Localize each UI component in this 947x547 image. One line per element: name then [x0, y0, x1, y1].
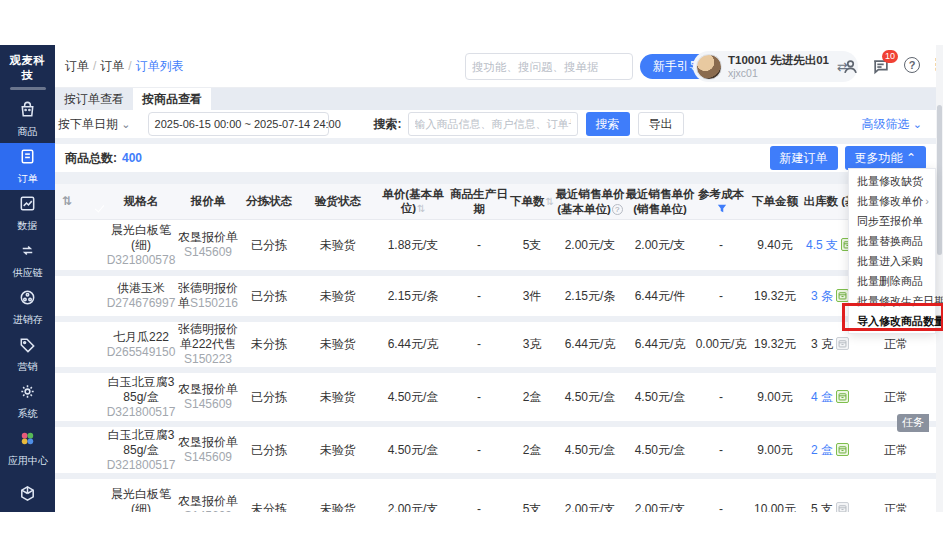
sidebar-item-商品[interactable]: 商品: [0, 96, 55, 143]
cell-production-date: -: [449, 289, 509, 304]
column-header-3: 报价单: [177, 194, 239, 208]
breadcrumb-order-list[interactable]: 订单列表: [136, 59, 184, 73]
cell-outbound-qty: 2 盒: [803, 443, 857, 458]
cell-status: 正常: [857, 390, 935, 405]
tab-按订单查看[interactable]: 按订单查看: [55, 88, 133, 110]
cell-order-qty: 5支: [509, 238, 555, 253]
cell-recent-price-sale: 6.44元/克: [625, 337, 695, 352]
cell-recent-price-sale: 4.50元/盒: [625, 390, 695, 405]
scrollbar-thumb[interactable]: [937, 105, 942, 255]
menu-item-批量修改缺货[interactable]: 批量修改缺货: [849, 171, 935, 191]
menu-item-批量进入采购[interactable]: 批量进入采购: [849, 251, 935, 271]
column-header-10: 最近销售单价(销售单位): [625, 187, 695, 216]
cell-recent-price-base: 2.00元/支: [555, 238, 625, 253]
menu-item-批量修改单价[interactable]: 批量修改单价›: [849, 191, 935, 211]
cell-order-qty: 5支: [509, 502, 555, 513]
top-bar: 订单/订单/订单列表 新手引导 T10001 先进先出01 xjxc01 ⇄: [55, 45, 936, 88]
vertical-scrollbar[interactable]: [936, 45, 943, 512]
sidebar-item-营销[interactable]: 营销: [0, 331, 55, 378]
contact-service-icon[interactable]: [842, 58, 860, 76]
cell-inspection-status: 未验货: [299, 443, 377, 458]
column-header-4: 分拣状态: [239, 194, 299, 208]
export-button[interactable]: 导出: [638, 112, 684, 136]
tab-按商品查看[interactable]: 按商品查看: [133, 88, 211, 110]
cell-sorting-status: 已分拣: [239, 289, 299, 304]
filter-funnel-icon[interactable]: [717, 202, 727, 216]
help-icon[interactable]: ?: [904, 57, 920, 73]
user-account[interactable]: T10001 先进先出01 xjxc01 ⇄: [693, 51, 858, 82]
outbound-qty-link[interactable]: 2 盒: [811, 443, 833, 457]
sidebar-item-系统[interactable]: 系统: [0, 378, 55, 425]
cell-quote: 农垦报价单S145609: [177, 435, 239, 465]
cell-spec-name: 白玉北豆腐385g/盒D321800517: [105, 375, 177, 420]
sidebar-item-extra[interactable]: [0, 472, 55, 512]
global-search[interactable]: [465, 53, 633, 80]
more-functions-button[interactable]: 更多功能 ⌃: [845, 146, 926, 170]
cell-recent-price-sale: 2.00元/支: [625, 238, 695, 253]
sort-icon[interactable]: ⇅: [546, 196, 554, 207]
order-doc-icon: [18, 147, 37, 170]
advanced-filter-link[interactable]: 高级筛选 ⌄: [861, 116, 922, 133]
menu-item-批量替换商品[interactable]: 批量替换商品: [849, 231, 935, 251]
cell-unit-price: 4.50元/盒: [377, 443, 449, 458]
cell-production-date: -: [449, 238, 509, 253]
column-header-6: 单价(基本单位)⇅: [377, 187, 449, 216]
bag-icon: [18, 100, 37, 123]
outbound-doc-icon[interactable]: [836, 443, 849, 456]
sidebar-item-进销存[interactable]: 进销存: [0, 284, 55, 331]
outbound-qty-link[interactable]: 3 条: [811, 289, 833, 303]
search-button[interactable]: 搜索: [586, 112, 630, 136]
cell-spec-name: 晨光白板笔 (细)D321800578: [105, 223, 177, 268]
global-search-input[interactable]: [466, 61, 632, 73]
sidebar-item-label: 供应链: [13, 266, 43, 279]
outbound-doc-icon[interactable]: [836, 390, 849, 403]
outbound-qty-link[interactable]: 4.5 支: [806, 238, 838, 252]
new-order-button[interactable]: 新建订单: [770, 146, 838, 170]
sidebar-item-供应链[interactable]: 供应链: [0, 237, 55, 284]
view-tabs: 按订单查看按商品查看: [55, 88, 936, 110]
menu-item-导入修改商品数量[interactable]: 导入修改商品数量: [849, 311, 935, 331]
cell-sorting-status: 已分拣: [239, 390, 299, 405]
avatar: [696, 54, 722, 80]
outbound-doc-icon[interactable]: [836, 502, 849, 513]
date-range-picker[interactable]: 2025-06-15 00:00 ~ 2025-07-14 24:00: [148, 112, 329, 136]
search-label: 搜索:: [374, 116, 402, 133]
cell-production-date: -: [449, 502, 509, 513]
share-nodes-icon: [18, 288, 37, 311]
brand-logo: 观麦科技: [0, 45, 55, 85]
cell-status: 正常: [857, 337, 935, 352]
sort-icon[interactable]: ⇅: [417, 203, 425, 214]
task-tag[interactable]: 任务: [897, 414, 929, 432]
cell-quote: 农垦报价单S145609: [177, 230, 239, 260]
table-search-input[interactable]: [408, 112, 578, 136]
sidebar-item-应用中心[interactable]: 应用中心: [0, 425, 55, 472]
outbound-qty-link[interactable]: 4 盒: [811, 390, 833, 404]
cell-unit-price: 1.88元/支: [377, 238, 449, 253]
outbound-qty-link: 5 支: [811, 502, 833, 513]
brand-logo-subline: [10, 87, 46, 90]
cell-inspection-status: 未验货: [299, 390, 377, 405]
menu-item-同步至报价单[interactable]: 同步至报价单: [849, 211, 935, 231]
sidebar-item-订单[interactable]: 订单: [0, 143, 55, 190]
cell-recent-price-sale: 6.44元/件: [625, 289, 695, 304]
help-tooltip-icon[interactable]: ?: [612, 204, 623, 215]
cell-recent-price-sale: 4.50元/盒: [625, 443, 695, 458]
column-header-2: 规格名: [105, 194, 177, 208]
breadcrumb-orders-2[interactable]: 订单: [100, 59, 124, 73]
cell-outbound-qty: 3 克: [803, 337, 857, 352]
column-header-11: 参考成本: [695, 187, 747, 217]
cell-ref-cost: -: [695, 502, 747, 513]
user-account-id: xjxc01: [728, 67, 829, 79]
cell-production-date: -: [449, 443, 509, 458]
cell-recent-price-base: 4.50元/盒: [555, 443, 625, 458]
breadcrumb-orders[interactable]: 订单: [65, 59, 89, 73]
date-type-select[interactable]: 按下单日期 ⌄: [58, 116, 131, 133]
menu-item-批量修改生产日期[interactable]: 批量修改生产日期: [849, 291, 935, 311]
cell-ref-cost: 0.00元/克: [695, 337, 747, 352]
expand-sort-icon[interactable]: ⇅: [55, 194, 79, 209]
cell-unit-price: 2.15元/条: [377, 289, 449, 304]
menu-item-批量删除商品[interactable]: 批量删除商品: [849, 271, 935, 291]
sidebar-item-label: 进销存: [13, 313, 43, 326]
sidebar-item-数据[interactable]: 数据: [0, 190, 55, 237]
outbound-doc-icon[interactable]: [836, 337, 849, 350]
